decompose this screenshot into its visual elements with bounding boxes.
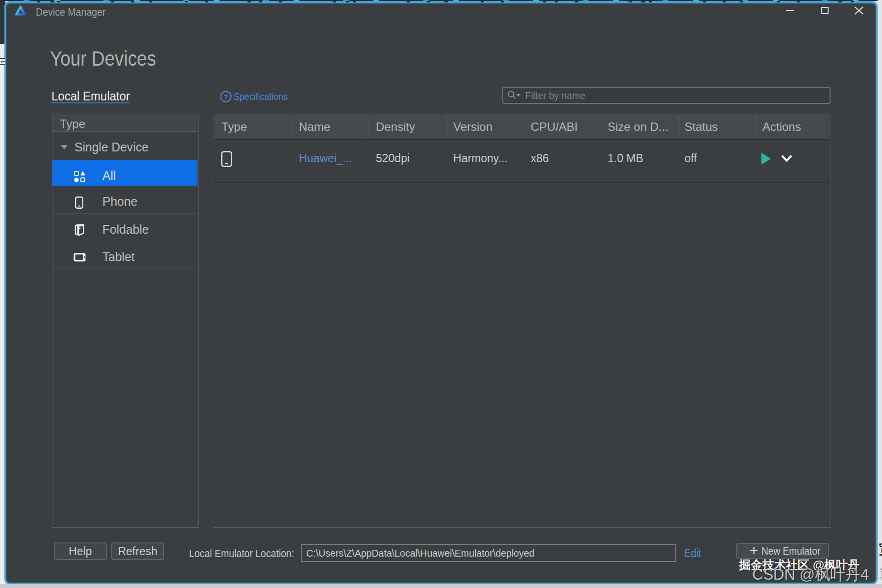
svg-text:?: ?	[223, 93, 228, 101]
